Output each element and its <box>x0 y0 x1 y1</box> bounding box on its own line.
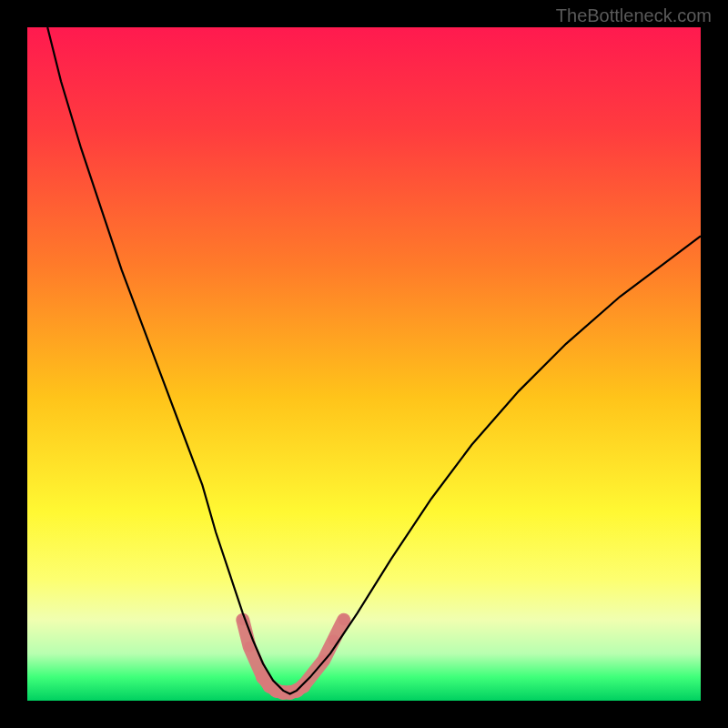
chart-container: TheBottleneck.com <box>0 0 728 728</box>
watermark-label: TheBottleneck.com <box>556 5 712 26</box>
valley-markers <box>238 614 349 700</box>
svg-point-12 <box>339 614 349 625</box>
curve-layer <box>27 27 701 701</box>
plot-area <box>27 27 701 701</box>
bottleneck-curve <box>47 27 701 694</box>
svg-point-9 <box>296 679 310 693</box>
